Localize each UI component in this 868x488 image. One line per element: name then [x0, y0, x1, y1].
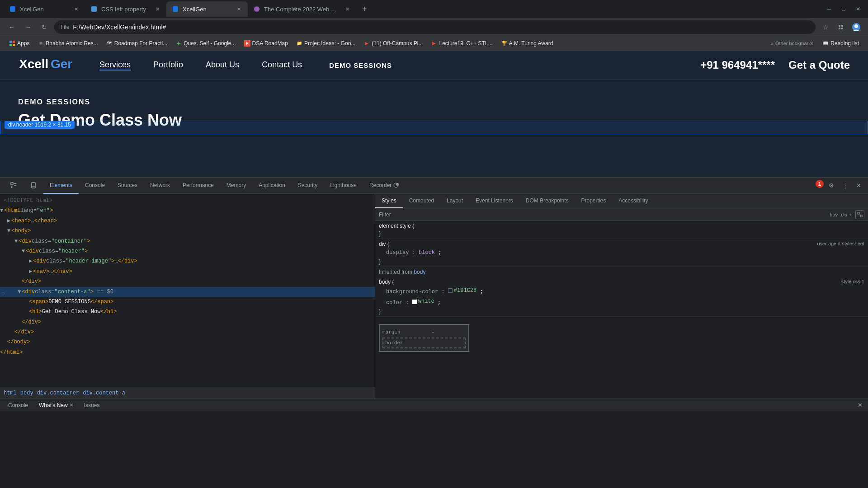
tab-css-property[interactable]: CSS left property ✕ — [85, 1, 166, 17]
bookmark-bhabha[interactable]: ⚛ Bhabha Atomic Res... — [34, 39, 101, 47]
tab-xcellgen-active[interactable]: XcellGen ✕ — [166, 1, 248, 17]
dom-line-header[interactable]: ▼ <div class="header" > — [0, 246, 375, 256]
dom-line-nav[interactable]: ▶ <nav>…</nav> — [0, 267, 375, 277]
bottom-close-icon[interactable]: ✕ — [858, 402, 863, 408]
nav-link-contact[interactable]: Contact Us — [262, 60, 302, 70]
tab-xcellgen-1[interactable]: XcellGen ✕ — [4, 1, 85, 17]
styles-tab-styles[interactable]: Styles — [375, 194, 403, 208]
bookmark-dsa[interactable]: F DSA RoadMap — [241, 39, 292, 47]
bookmark-lecture[interactable]: ▶ Lecture19: C++ STL... — [427, 39, 496, 47]
devtools-tab-elements[interactable]: Elements — [43, 178, 79, 194]
hero-content: DEMO SESSIONS Get Demo Class Now — [0, 80, 868, 139]
dom-expand-body[interactable]: ▼ — [7, 226, 10, 235]
dom-expand-header-image[interactable]: ▶ — [29, 257, 32, 266]
devtools-more-icon[interactable]: ⋮ — [839, 180, 851, 192]
forward-button[interactable]: → — [22, 21, 34, 33]
bookmark-apps[interactable]: Apps — [5, 39, 33, 47]
bookmark-turing[interactable]: 🏆 A.M. Turing Award — [497, 39, 557, 47]
tab-close-2[interactable]: ✕ — [154, 5, 161, 13]
back-button[interactable]: ← — [5, 21, 18, 33]
svg-point-9 — [854, 24, 858, 28]
dom-expand-header[interactable]: ▼ — [22, 247, 25, 256]
dom-line-close-html[interactable]: </html> — [0, 347, 375, 357]
url-bar[interactable]: File F:/WebDev/XcellGen/index.html# — [54, 20, 816, 34]
dom-line-span-demo[interactable]: <span>DEMO SESSIONS</span> — [0, 297, 375, 307]
dom-line-doctype[interactable]: <!DOCTYPE html> — [0, 196, 375, 206]
inherited-from-body[interactable]: body — [414, 269, 425, 275]
bookmark-off-campus[interactable]: ▶ (11) Off-Campus Pl... — [360, 39, 426, 47]
tab-close-4[interactable]: ✕ — [344, 5, 351, 13]
devtools-tab-performance[interactable]: Performance — [176, 178, 220, 194]
devtools-tab-recorder[interactable]: Recorder — [363, 178, 405, 194]
bottom-tab-console[interactable]: Console — [5, 401, 31, 409]
bottom-tab-issues[interactable]: Issues — [81, 401, 103, 409]
devtools-close-icon[interactable]: ✕ — [853, 180, 864, 192]
dom-expand-head[interactable]: ▶ — [7, 216, 10, 225]
devtools-inspect-icon[interactable] — [4, 178, 24, 194]
devtools-tab-memory[interactable]: Memory — [220, 178, 252, 194]
new-tab-button[interactable]: + — [358, 3, 371, 15]
devtools-tab-network[interactable]: Network — [144, 178, 176, 194]
close-button[interactable]: ✕ — [852, 3, 864, 15]
styles-tab-computed[interactable]: Computed — [403, 194, 440, 208]
dom-line-close-header[interactable]: </div> — [0, 277, 375, 286]
dom-expand-container[interactable]: ▼ — [14, 237, 18, 246]
bookmark-projec[interactable]: 📁 Projec Ideas: - Goo... — [292, 39, 359, 47]
color-swatch-bg[interactable] — [448, 288, 453, 293]
dom-line-close-content-a[interactable]: </div> — [0, 317, 375, 327]
bottom-tab-whats-new[interactable]: What's New ✕ — [36, 401, 76, 409]
extension-puzzle-icon[interactable] — [835, 21, 847, 33]
reload-button[interactable]: ↻ — [38, 21, 51, 33]
dom-line-close-container[interactable]: </div> — [0, 327, 375, 337]
filter-plus-icon[interactable]: + — [849, 212, 852, 217]
color-swatch-white[interactable] — [412, 300, 417, 304]
dom-line-head[interactable]: ▶ <head>…</head> — [0, 216, 375, 226]
minimize-button[interactable]: ─ — [823, 3, 835, 15]
bc-html[interactable]: html — [4, 390, 17, 396]
tab-close-3[interactable]: ✕ — [235, 5, 242, 13]
styles-tab-layout[interactable]: Layout — [440, 194, 469, 208]
bookmark-ques[interactable]: + Ques. Self - Google... — [172, 39, 239, 47]
devtools-device-icon[interactable] — [24, 178, 43, 194]
styles-tab-dom-breakpoints[interactable]: DOM Breakpoints — [519, 194, 575, 208]
devtools-tab-security[interactable]: Security — [292, 178, 324, 194]
styles-tab-event-listeners[interactable]: Event Listeners — [469, 194, 519, 208]
dom-expand-content-a[interactable]: ▼ — [18, 287, 21, 296]
bookmark-favicon-off-campus: ▶ — [363, 40, 370, 47]
dom-expand-html[interactable]: ▼ — [0, 206, 3, 215]
bc-container[interactable]: div.container — [37, 390, 80, 396]
nav-link-services[interactable]: Services — [99, 60, 131, 70]
dom-line-content-a[interactable]: … ▼ <div class="content-a" > == $0 — [0, 287, 375, 297]
tab-close-1[interactable]: ✕ — [72, 5, 80, 13]
tab-web-dev[interactable]: The Complete 2022 Web Develo… ✕ — [248, 1, 356, 17]
devtools-settings-icon[interactable]: ⚙ — [826, 180, 837, 192]
bookmark-roadmap[interactable]: 🗺 Roadmap For Practi... — [103, 39, 171, 47]
styles-tab-accessibility[interactable]: Accessibility — [612, 194, 654, 208]
dom-expand-nav[interactable]: ▶ — [29, 267, 32, 276]
bookmark-reading-list[interactable]: 📖 Reading list — [819, 39, 863, 47]
bookmarks-more-button[interactable]: » Other bookmarks — [768, 40, 816, 47]
styles-tab-properties[interactable]: Properties — [575, 194, 613, 208]
devtools-tab-sources[interactable]: Sources — [111, 178, 144, 194]
bc-body[interactable]: body — [20, 390, 33, 396]
dom-line-close-body[interactable]: </body> — [0, 337, 375, 347]
dom-line-h1[interactable]: <h1>Get Demo Class Now</h1> — [0, 307, 375, 317]
devtools-tab-console[interactable]: Console — [79, 178, 111, 194]
dom-line-html[interactable]: ▼ <html lang="en" > — [0, 206, 375, 216]
dom-line-container[interactable]: ▼ <div class="container" > — [0, 236, 375, 246]
bookmark-star-icon[interactable]: ☆ — [819, 21, 832, 33]
nav-link-about[interactable]: About Us — [206, 60, 239, 70]
profile-avatar[interactable] — [850, 21, 863, 33]
file-label: File — [61, 24, 69, 30]
nav-link-portfolio[interactable]: Portfolio — [153, 60, 183, 70]
styles-expand-icon[interactable] — [855, 210, 864, 219]
bc-content-a[interactable]: div.content-a — [83, 390, 125, 396]
dom-line-header-image[interactable]: ▶ <div class="header-image" >…</div> — [0, 256, 375, 266]
devtools-tab-lighthouse-label: Lighthouse — [330, 182, 357, 188]
dom-line-body[interactable]: ▼ <body> — [0, 226, 375, 236]
bottom-tab-whats-new-close[interactable]: ✕ — [70, 403, 73, 408]
maximize-button[interactable]: □ — [837, 3, 850, 15]
devtools-tab-application[interactable]: Application — [252, 178, 292, 194]
nav-quote-btn[interactable]: Get a Quote — [788, 59, 850, 71]
devtools-tab-lighthouse[interactable]: Lighthouse — [324, 178, 363, 194]
